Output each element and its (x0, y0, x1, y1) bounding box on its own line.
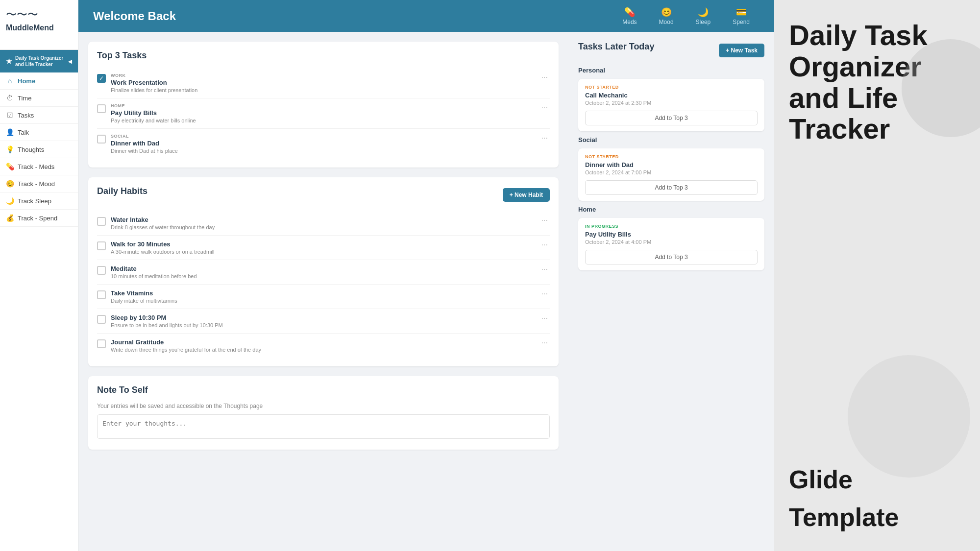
task-name-1: Pay Utility Bills (111, 109, 535, 117)
new-task-button[interactable]: + New Task (719, 44, 764, 57)
logo-icon: 〜〜〜 (6, 7, 38, 22)
habit-name-0: Water Intake (111, 216, 535, 223)
task-name-2: Dinner with Dad (111, 140, 535, 147)
daily-habits-section: Daily Habits + New Habit Water Intake Dr… (88, 177, 559, 366)
habit-item-1: Walk for 30 Minutes A 30-minute walk out… (97, 236, 550, 260)
note-subtitle: Your entries will be saved and accessibl… (97, 403, 550, 409)
header-tab-icon-spend: 💳 (736, 7, 747, 18)
sidebar-item-time[interactable]: ⏱ Time (0, 90, 78, 107)
habit-desc-5: Write down three things you're grateful … (111, 347, 535, 353)
habit-desc-2: 10 minutes of meditation before bed (111, 273, 535, 279)
habit-item-5: Journal Gratitude Write down three thing… (97, 334, 550, 358)
header-tab-label-meds: Meds (622, 19, 637, 25)
task-group-label-2: Home (578, 206, 764, 213)
header-tab-icon-mood: 😊 (661, 7, 672, 18)
nav-label-track-meds: Track - Meds (18, 163, 54, 170)
note-input[interactable] (97, 414, 550, 439)
nav-icon-talk: 👤 (6, 128, 14, 136)
task-category-2: SOCIAL (111, 134, 535, 139)
nav-label-thoughts: Thoughts (18, 146, 44, 153)
sidebar-header-icon: ★ (6, 57, 12, 65)
later-task-card-1-0: NOT STARTED Dinner with Dad October 2, 2… (578, 148, 764, 201)
sidebar-item-track-sleep[interactable]: 🌙 Track Sleep (0, 192, 78, 210)
sidebar-collapse-icon[interactable]: ◀ (68, 59, 72, 64)
header-tab-meds[interactable]: 💊 Meds (612, 3, 646, 29)
habit-desc-0: Drink 8 glasses of water throughout the … (111, 224, 535, 230)
habit-desc-1: A 30-minute walk outdoors or on a treadm… (111, 249, 535, 255)
habit-menu-1[interactable]: ··· (539, 240, 550, 249)
sidebar-item-track-spend[interactable]: 💰 Track - Spend (0, 210, 78, 227)
header-tabs: 💊 Meds 😊 Mood 🌙 Sleep 💳 Spend (612, 3, 760, 29)
add-to-top3-btn-0-0[interactable]: Add to Top 3 (585, 111, 758, 125)
task-name-0: Work Presentation (111, 79, 535, 86)
top-tasks-section: Top 3 Tasks ✓ WORK Work Presentation Fin… (88, 42, 559, 168)
sidebar-item-home[interactable]: ⌂ Home (0, 72, 78, 90)
task-group-label-1: Social (578, 136, 764, 144)
later-task-date-2-0: October 2, 2024 at 4:00 PM (585, 239, 758, 245)
task-group-label-0: Personal (578, 67, 764, 74)
habit-menu-5[interactable]: ··· (539, 338, 550, 347)
habit-menu-4[interactable]: ··· (539, 314, 550, 323)
later-task-status-0-0: NOT STARTED (585, 85, 758, 90)
task-menu-2[interactable]: ··· (539, 134, 550, 143)
nav-label-track-spend: Track - Spend (18, 215, 57, 222)
nav-label-track-mood: Track - Mood (18, 180, 55, 188)
nav-icon-track-spend: 💰 (6, 214, 14, 222)
habit-checkbox-3[interactable] (97, 290, 106, 299)
nav-label-tasks: Tasks (18, 112, 34, 119)
habit-name-4: Sleep by 10:30 PM (111, 314, 535, 321)
header-tab-label-spend: Spend (733, 19, 750, 25)
header-tab-sleep[interactable]: 🌙 Sleep (686, 3, 721, 29)
later-task-name-0-0: Call Mechanic (585, 92, 758, 99)
habit-menu-2[interactable]: ··· (539, 265, 550, 274)
task-checkbox-0[interactable]: ✓ (97, 74, 106, 83)
header-tab-label-sleep: Sleep (696, 19, 711, 25)
nav-icon-thoughts: 💡 (6, 145, 14, 153)
habits-list: Water Intake Drink 8 glasses of water th… (97, 211, 550, 358)
later-task-name-2-0: Pay Utility Bills (585, 231, 758, 238)
header-tab-mood[interactable]: 😊 Mood (649, 3, 684, 29)
habit-checkbox-4[interactable] (97, 315, 106, 324)
task-menu-0[interactable]: ··· (539, 73, 550, 82)
sidebar-nav: ⌂ Home ⏱ Time ☑ Tasks 👤 Talk 💡 Thoughts … (0, 72, 78, 227)
deco-circle-2 (848, 355, 970, 478)
habit-checkbox-0[interactable] (97, 217, 106, 226)
sidebar-item-tasks[interactable]: ☑ Tasks (0, 107, 78, 124)
habit-menu-3[interactable]: ··· (539, 289, 550, 298)
task-checkbox-2[interactable] (97, 135, 106, 144)
nav-label-track-sleep: Track Sleep (18, 197, 51, 205)
later-task-card-2-0: IN PROGRESS Pay Utility Bills October 2,… (578, 218, 764, 270)
header-tab-spend[interactable]: 💳 Spend (723, 3, 760, 29)
tasks-later-container: Personal NOT STARTED Call Mechanic Octob… (578, 67, 764, 270)
header-tab-icon-meds: 💊 (624, 7, 635, 18)
task-category-1: HOME (111, 103, 535, 108)
sidebar-item-talk[interactable]: 👤 Talk (0, 124, 78, 141)
nav-icon-home: ⌂ (6, 77, 14, 85)
task-checkbox-1[interactable] (97, 104, 106, 113)
top-tasks-title: Top 3 Tasks (97, 50, 550, 61)
nav-icon-track-sleep: 🌙 (6, 197, 14, 205)
nav-label-talk: Talk (18, 129, 29, 136)
sidebar-header-title: Daily Task Organizer and Life Tracker (15, 55, 65, 68)
sidebar-item-track-meds[interactable]: 💊 Track - Meds (0, 158, 78, 175)
new-habit-button[interactable]: + New Habit (503, 188, 550, 202)
sidebar-item-thoughts[interactable]: 💡 Thoughts (0, 141, 78, 158)
add-to-top3-btn-2-0[interactable]: Add to Top 3 (585, 250, 758, 264)
habit-menu-0[interactable]: ··· (539, 216, 550, 225)
habit-desc-3: Daily intake of multivitamins (111, 298, 535, 304)
later-task-date-0-0: October 2, 2024 at 2:30 PM (585, 100, 758, 106)
sidebar-header[interactable]: ★ Daily Task Organizer and Life Tracker … (0, 50, 78, 72)
habit-checkbox-2[interactable] (97, 266, 106, 275)
page-title: Welcome Back (93, 9, 603, 23)
task-menu-1[interactable]: ··· (539, 103, 550, 112)
habit-checkbox-5[interactable] (97, 339, 106, 348)
habit-checkbox-1[interactable] (97, 241, 106, 250)
note-title: Note To Self (97, 385, 550, 395)
nav-icon-time: ⏱ (6, 94, 14, 102)
sidebar-item-track-mood[interactable]: 😊 Track - Mood (0, 175, 78, 192)
add-to-top3-btn-1-0[interactable]: Add to Top 3 (585, 180, 758, 195)
later-task-date-1-0: October 2, 2024 at 7:00 PM (585, 169, 758, 175)
later-task-card-0-0: NOT STARTED Call Mechanic October 2, 202… (578, 79, 764, 131)
later-task-status-2-0: IN PROGRESS (585, 224, 758, 229)
top-tasks-list: ✓ WORK Work Presentation Finalize slides… (97, 68, 550, 159)
